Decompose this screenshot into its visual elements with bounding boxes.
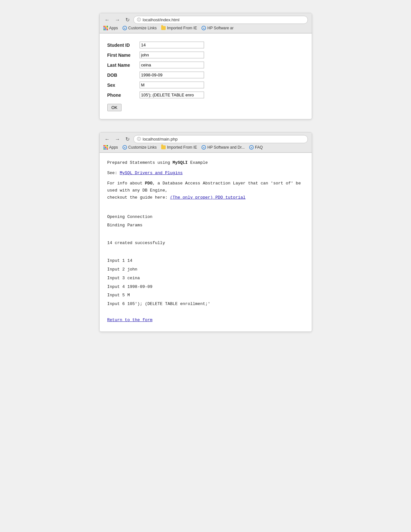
browser-content-2: Prepared Statements using MySQLI Example… (100, 153, 312, 331)
table-row: DOB (107, 70, 208, 80)
apps-label-2: Apps (109, 145, 118, 150)
input-4: Input 4 1998-09-09 (107, 284, 304, 291)
bookmark-hp-dr[interactable]: ● HP Software and Dr... (201, 145, 245, 150)
pdo-tutorial-link[interactable]: (The only proper) PDO tutorial (170, 195, 246, 200)
heading-line: Prepared Statements using MySQLI Example (107, 159, 304, 166)
bookmark-imported-2[interactable]: Imported From IE (161, 145, 197, 150)
browser-content-1: Student ID First Name Last Name DOB Sex … (100, 34, 312, 119)
input-5: Input 5 M (107, 292, 304, 299)
browser-chrome-2: ← → ↻ ⓘ localhost/main.php (100, 133, 312, 153)
hp-label-1: HP Software ar (207, 26, 233, 30)
input-1: Input 1 14 (107, 258, 304, 264)
pdo-paragraph: For info about PDO, a Database Access Ab… (107, 180, 304, 201)
input-6: Input 6 105'); (DELETE TABLE enrollment;… (107, 301, 304, 308)
imported-label-2: Imported From IE (167, 145, 197, 150)
table-row: First Name (107, 50, 208, 60)
label-first-name: First Name (107, 50, 140, 60)
ok-button[interactable]: OK (107, 104, 122, 111)
input-phone[interactable] (140, 92, 204, 98)
input-2: Input 2 john (107, 266, 304, 273)
folder-icon-1 (161, 26, 166, 30)
url-display-2: localhost/main.php (143, 137, 178, 142)
binding-params: Binding Params (107, 222, 304, 229)
bookmark-customize-1[interactable]: ● Customize Links (122, 26, 157, 30)
back-button-1[interactable]: ← (103, 16, 111, 24)
nav-bar-1: ← → ↻ ⓘ localhost/index.html (103, 16, 308, 24)
globe-icon-faq: ● (249, 145, 254, 150)
heading-suffix: Example (188, 160, 208, 165)
hp-dr-label: HP Software and Dr... (207, 145, 245, 150)
faq-label: FAQ (255, 145, 263, 150)
globe-icon-customize-1: ● (122, 26, 127, 30)
table-row: Last Name (107, 60, 208, 70)
reload-button-2[interactable]: ↻ (124, 135, 131, 143)
input-last-name[interactable] (140, 62, 204, 68)
table-row: Phone (107, 90, 208, 100)
globe-icon-customize-2: ● (122, 145, 127, 150)
label-last-name: Last Name (107, 60, 140, 70)
label-student-id: Student ID (107, 40, 140, 50)
bookmark-hp-1[interactable]: ● HP Software ar (201, 26, 233, 30)
mysqli-bold: MySQLI (172, 160, 188, 165)
reload-button-1[interactable]: ↻ (124, 16, 131, 24)
info-icon-1: ⓘ (137, 17, 141, 23)
nav-bar-2: ← → ↻ ⓘ localhost/main.php (103, 135, 308, 143)
input-first-name[interactable] (140, 52, 204, 58)
bookmark-imported-1[interactable]: Imported From IE (161, 26, 197, 30)
input-3: Input 3 ceina (107, 275, 304, 282)
folder-icon-2 (161, 145, 166, 149)
address-bar-1[interactable]: ⓘ localhost/index.html (133, 16, 308, 24)
input-student-id[interactable] (140, 42, 204, 48)
pdo-bold: PDO (145, 181, 152, 186)
customize-label-2: Customize Links (128, 145, 157, 150)
table-row: Sex (107, 80, 208, 90)
info-icon-2: ⓘ (137, 136, 141, 142)
apps-grid-icon-2 (103, 145, 108, 150)
bookmarks-bar-1: Apps ● Customize Links Imported From IE … (103, 26, 308, 30)
bookmark-apps-2[interactable]: Apps (103, 145, 118, 150)
pdo-prefix: For info about (107, 181, 145, 186)
input-dob[interactable] (140, 72, 204, 78)
label-sex: Sex (107, 80, 140, 90)
forward-button-2[interactable]: → (114, 136, 122, 143)
heading-prefix: Prepared Statements using (107, 160, 173, 165)
address-bar-2[interactable]: ⓘ localhost/main.php (133, 135, 308, 143)
globe-icon-hp-1: ● (201, 26, 206, 30)
browser-window-1: ← → ↻ ⓘ localhost/index.html (99, 13, 312, 119)
see-line: See: MySQL Drivers and Plugins (107, 170, 304, 177)
back-button-2[interactable]: ← (103, 136, 111, 143)
url-display-1: localhost/index.html (143, 17, 180, 22)
bookmark-customize-2[interactable]: ● Customize Links (122, 145, 157, 150)
globe-icon-hp-dr: ● (201, 145, 206, 150)
see-label: See: (107, 171, 120, 175)
bookmark-apps-1[interactable]: Apps (103, 26, 118, 30)
bookmark-faq[interactable]: ● FAQ (249, 145, 263, 150)
content-page: Prepared Statements using MySQLI Example… (107, 159, 304, 324)
opening-connection: Opening Connection (107, 214, 304, 221)
form-table: Student ID First Name Last Name DOB Sex … (107, 40, 208, 100)
apps-grid-icon-1 (103, 26, 108, 30)
pdo-checkout: checkout the guide here: (107, 195, 170, 200)
forward-button-1[interactable]: → (114, 16, 122, 24)
browser-chrome-1: ← → ↻ ⓘ localhost/index.html (100, 13, 312, 33)
apps-label-1: Apps (109, 26, 118, 30)
label-phone: Phone (107, 90, 140, 100)
bookmarks-bar-2: Apps ● Customize Links Imported From IE … (103, 145, 308, 150)
table-row: Student ID (107, 40, 208, 50)
input-sex[interactable] (140, 82, 204, 88)
mysql-drivers-link[interactable]: MySQL Drivers and Plugins (120, 171, 183, 175)
browser-window-2: ← → ↻ ⓘ localhost/main.php (99, 132, 312, 332)
label-dob: DOB (107, 70, 140, 80)
customize-label-1: Customize Links (128, 26, 157, 30)
imported-label-1: Imported From IE (167, 26, 197, 30)
created-msg: 14 created successfully (107, 240, 304, 247)
return-link[interactable]: Return to the form (107, 318, 152, 322)
